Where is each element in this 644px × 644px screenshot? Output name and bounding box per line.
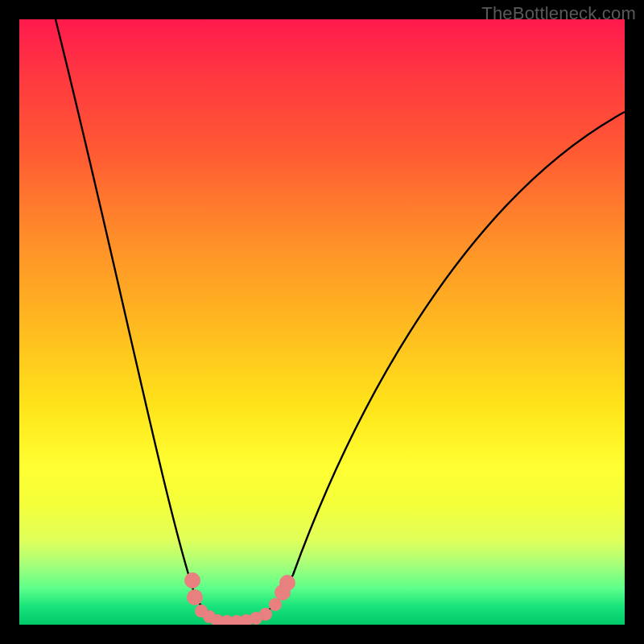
marker-group	[184, 572, 295, 625]
watermark-text: TheBottleneck.com	[481, 3, 636, 24]
curve-marker	[187, 589, 203, 605]
curve-marker	[279, 575, 295, 591]
bottleneck-curve	[56, 19, 625, 620]
chart-svg	[19, 19, 625, 625]
chart-plot-area	[19, 19, 625, 625]
curve-marker	[184, 572, 200, 588]
curve-marker	[259, 608, 272, 621]
